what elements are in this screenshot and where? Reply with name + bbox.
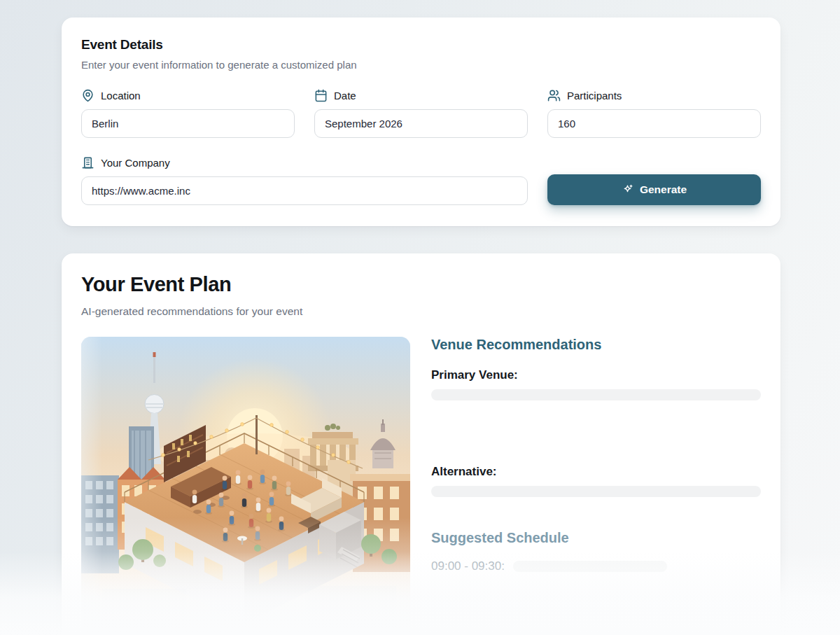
event-plan-subtitle: AI-generated recommendations for your ev… xyxy=(81,305,761,318)
event-plan-card: Your Event Plan AI-generated recommendat… xyxy=(62,253,780,635)
schedule-slot-skeleton xyxy=(513,561,667,572)
primary-venue-skeleton xyxy=(431,389,761,400)
generate-button-cell: Generate xyxy=(547,156,761,205)
event-plan-content: Venue Recommendations Primary Venue: Alt… xyxy=(81,337,761,635)
suggested-schedule-heading: Suggested Schedule xyxy=(431,530,761,546)
date-input[interactable] xyxy=(314,109,528,138)
plan-results-column: Venue Recommendations Primary Venue: Alt… xyxy=(431,337,761,635)
alternative-venue-skeleton xyxy=(431,486,761,497)
location-label-text: Location xyxy=(101,90,141,102)
company-label-text: Your Company xyxy=(101,157,170,169)
schedule-slot-row: 09:00 - 09:30: xyxy=(431,559,761,573)
location-label: Location xyxy=(81,89,295,102)
calendar-icon xyxy=(314,89,328,102)
company-label: Your Company xyxy=(81,156,528,169)
building-icon xyxy=(81,156,94,169)
event-details-subtitle: Enter your event information to generate… xyxy=(81,59,761,71)
berlin-rooftop-illustration xyxy=(81,337,410,635)
participants-label: Participants xyxy=(547,89,761,102)
venue-recommendations-heading: Venue Recommendations xyxy=(431,337,761,353)
location-input[interactable] xyxy=(81,109,295,138)
users-icon xyxy=(547,89,561,102)
event-details-card: Event Details Enter your event informati… xyxy=(62,18,780,226)
generate-button-label: Generate xyxy=(640,183,687,196)
primary-venue-label: Primary Venue: xyxy=(431,368,761,382)
event-plan-title: Your Event Plan xyxy=(81,273,761,296)
schedule-slot-time: 09:00 - 09:30: xyxy=(431,559,505,573)
map-pin-icon xyxy=(81,89,94,102)
event-details-form: Location Date Participants xyxy=(81,89,761,205)
company-input[interactable] xyxy=(81,176,528,205)
event-details-title: Event Details xyxy=(81,37,761,53)
participants-input[interactable] xyxy=(547,109,761,138)
sparkles-icon xyxy=(622,184,634,196)
location-field-group: Location xyxy=(81,89,295,138)
spacer xyxy=(431,400,761,449)
participants-label-text: Participants xyxy=(567,90,622,102)
date-field-group: Date xyxy=(314,89,528,138)
participants-field-group: Participants xyxy=(547,89,761,138)
spacer xyxy=(431,497,761,530)
event-illustration xyxy=(81,337,410,635)
date-label-text: Date xyxy=(334,90,356,102)
date-label: Date xyxy=(314,89,528,102)
company-field-group: Your Company xyxy=(81,156,528,205)
alternative-venue-label: Alternative: xyxy=(431,465,761,479)
generate-button[interactable]: Generate xyxy=(547,174,761,205)
